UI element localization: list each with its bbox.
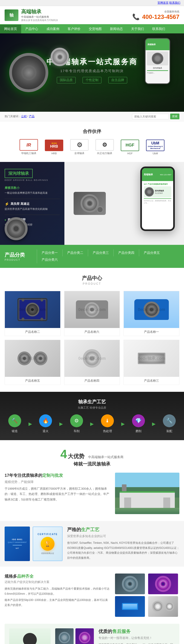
feature-2: ⚡高负荷 高速运 提供世界优质产品高速平衡优化机能轴 bbox=[4, 199, 60, 211]
product-name-3: 产品名称一 bbox=[124, 328, 179, 336]
product-card-1[interactable]: 0ede轴承.com 产品名称二 bbox=[4, 291, 60, 336]
advantages-title: 大优势 bbox=[68, 452, 84, 460]
service-desc: 拥有完善的售后体系，提供及时、一对一的专业配套分析；同能随时联系为你配套分析；如… bbox=[98, 642, 175, 644]
breadcrumb-link-2[interactable]: 产品 bbox=[29, 115, 34, 118]
logo-tagline: 拥有众多专业优质高端本乃可制利决 bbox=[21, 19, 58, 22]
medal-icon: 🏆 bbox=[41, 537, 54, 551]
nav-products[interactable]: 产品中心 bbox=[21, 25, 42, 34]
product-card-3[interactable]: 0ede轴承.com 产品名称一 bbox=[124, 291, 180, 336]
product-card-5[interactable]: 0ede轴承.com 产品名称四 bbox=[64, 340, 120, 385]
nav-delivery[interactable]: 交货地图 bbox=[85, 25, 106, 34]
product-img-2: 0ede轴承.com bbox=[64, 291, 120, 328]
hero-tag-1: 国际品质 bbox=[57, 77, 76, 84]
hero-banner: 中高端轴承一站式服务商 17年专注代理优质成品本乃可制利決 国际品质 个性定制 … bbox=[0, 34, 184, 112]
watermark-3: 0ede轴承.com bbox=[138, 307, 165, 312]
search-input[interactable] bbox=[132, 114, 169, 119]
cat-2[interactable]: 产品分类二 bbox=[62, 250, 88, 256]
assemble-icon: 🔧 bbox=[163, 414, 176, 427]
showcase-badge-en: DEEP GROOVE BALL BEARINGS bbox=[4, 179, 60, 181]
process-label-5: 磨削 bbox=[132, 429, 145, 433]
heat-icon: 🌡 bbox=[101, 414, 114, 427]
product-card-6[interactable]: 0ede轴承.com 产品名称三 bbox=[124, 340, 180, 385]
advantage-desc-1: 于1999年6月成立，拥有厂房面积70000平方米，拥有职工300余人；拥有轴承… bbox=[4, 486, 110, 502]
nav-home[interactable]: 网站首页 bbox=[0, 25, 21, 34]
advantages-subtitle: 中高端轴承一站式服务商 bbox=[88, 455, 124, 459]
breadcrumb: 热门关键词：公积 / 产品 搜索 bbox=[0, 112, 184, 122]
anneal-icon: 🔥 bbox=[39, 414, 52, 427]
product-cats-title: 产品分类 PRODUCT bbox=[4, 252, 37, 261]
process-label-3: 车削 bbox=[70, 429, 83, 433]
variety-text: 规格多品种齐全 还能为客户提供定制化的解决方案 拥有完善的轴承研发与生产加工能力… bbox=[4, 574, 110, 608]
advantage-block-1: 17年专注优质轴承的定制与批发 规模优势，产能保障 于1999年6月成立，拥有厂… bbox=[4, 473, 180, 514]
turn-icon: ⚙ bbox=[70, 414, 83, 427]
advantage-title-1: 17年专注优质轴承的定制与批发 bbox=[4, 473, 110, 478]
hero-tags: 国际品质 个性定制 自主品牌 bbox=[46, 77, 138, 84]
nav-news[interactable]: 新闻动态 bbox=[106, 25, 127, 34]
cat-5[interactable]: 产品分类五 bbox=[139, 250, 165, 256]
cert-images: ISO 9001 QUALITY MANAGEMENT WIT CERTIFIC… bbox=[4, 526, 63, 561]
breadcrumb-links: 热门关键词：公积 / 产品 bbox=[4, 114, 34, 118]
process-section: 轴承生产工艺 头脑工艺 轻便专业品质 🔨 锻造 ▶ 🔥 退火 ▶ ⚙ 车削 ▶ … bbox=[0, 392, 184, 440]
watermark-4: 0ede轴承.com bbox=[19, 356, 46, 361]
cert-medal: CERTIFICATE 🏆 优质供应商认证 bbox=[33, 526, 63, 561]
phone-mockup: 高端轴承 400-123-4567 WIT 产品年高端轴承轴承轴年 深沟球轴承 … bbox=[140, 166, 175, 231]
product-grid: 0ede轴承.com 产品名称二 0ede轴承.com 产品名称六 bbox=[4, 291, 180, 385]
top-bar-contact[interactable]: 联系我们 bbox=[169, 1, 180, 4]
product-center: 产品中心 PRODUCT 0ede轴承.com 产品名称二 bbox=[0, 268, 184, 392]
advantage-block-4: 一对一服务 优质的售后服务 专业的一对 bbox=[4, 624, 180, 644]
hero-tag-3: 自主品牌 bbox=[108, 77, 127, 84]
variety-img-2 bbox=[148, 574, 178, 594]
product-categories: 产品分类 PRODUCT 产品分类一 产品分类二 产品分类三 产品分类四 产品分… bbox=[0, 245, 184, 268]
hero-bearing-mid bbox=[51, 48, 69, 66]
phone-number: 📞 400-123-4567 bbox=[132, 13, 180, 20]
top-bar-right: 官网首页 联系我们 bbox=[158, 1, 180, 5]
watermark-2: 0ede轴承.com bbox=[78, 307, 106, 312]
advantages-tagline: 铸就一流民族轴承 bbox=[4, 461, 180, 467]
advantages-header: 4 大优势 中高端轴承一站式服务商 铸就一流民族轴承 bbox=[4, 447, 180, 467]
partners-title: 合作伙伴 bbox=[4, 128, 180, 134]
process-label-6: 装配 bbox=[163, 429, 176, 433]
product-cats-en: PRODUCT bbox=[4, 258, 37, 261]
cat-3[interactable]: 产品分类三 bbox=[88, 250, 113, 256]
product-img-6: 0ede轴承.com bbox=[124, 340, 179, 377]
process-step-6: 🔧 装配 bbox=[163, 414, 176, 433]
arrow-4: ▶ bbox=[121, 421, 125, 426]
product-card-2[interactable]: 0ede轴承.com 产品名称六 bbox=[64, 291, 120, 336]
nav-cases[interactable]: 成功案例 bbox=[42, 25, 63, 34]
logo: 轴 高端轴承 中高端轴承一站式服务商 拥有众多专业优质高端本乃可制利决 bbox=[4, 8, 58, 22]
variety-imgs bbox=[115, 574, 180, 617]
partner-2: ★★★ HRB HRB bbox=[45, 140, 63, 155]
showcase-badge: 深沟球轴承 bbox=[4, 169, 33, 178]
product-card-4[interactable]: 0ede轴承.com 产品名称五 bbox=[4, 340, 60, 385]
process-title-cn: 轴承生产工艺 bbox=[4, 399, 180, 405]
hex-2 bbox=[75, 628, 94, 644]
product-img-3: 0ede轴承.com bbox=[124, 291, 179, 328]
arrow-2: ▶ bbox=[59, 421, 63, 426]
hero-bearing-left bbox=[9, 53, 48, 92]
hero-phone: 高端轴承 深沟球轴承 产品展示... bbox=[145, 38, 170, 84]
process-title: 轴承生产工艺 头脑工艺 轻便专业品质 bbox=[4, 399, 180, 410]
partners-section: 合作伙伴 IR 华瑞机工轴承 ★★★ HRB HRB ⚙ 全球轴承 ⚙ bbox=[0, 122, 184, 162]
certificate-block: ISO 9001 QUALITY MANAGEMENT WIT CERTIFIC… bbox=[0, 521, 184, 566]
product-name-1: 产品名称二 bbox=[5, 328, 60, 336]
cat-4[interactable]: 产品分类四 bbox=[113, 250, 139, 256]
hero-tag-2: 个性定制 bbox=[83, 77, 101, 84]
process-step-4: 🌡 热处理 bbox=[101, 414, 114, 433]
nav-contact[interactable]: 联系我们 bbox=[148, 25, 169, 34]
nav-about[interactable]: 关于我们 bbox=[127, 25, 148, 34]
partner-5: HGF HGF bbox=[121, 140, 139, 155]
showcase-left: 深沟球轴承 DEEP GROOVE BALL BEARINGS 摩擦系数小 一般… bbox=[0, 162, 64, 245]
cat-6[interactable]: 产品分类六 bbox=[37, 256, 62, 263]
product-name-4: 产品名称五 bbox=[5, 377, 60, 385]
cat-1[interactable]: 产品分类一 bbox=[37, 250, 62, 256]
nav-clients[interactable]: 客户评价 bbox=[63, 25, 85, 34]
advantage-sub-1: 规模优势，产能保障 bbox=[4, 480, 110, 484]
showcase-right: 高端轴承 400-123-4567 WIT 产品年高端轴承轴承轴年 深沟球轴承 … bbox=[64, 162, 184, 245]
top-bar-home[interactable]: 官网首页 bbox=[158, 1, 169, 4]
cert-text: 严格的生产工艺 深受世界众多知名企业的认可 曾与SKF, Schaeffler,… bbox=[67, 526, 180, 561]
advantage-img-1 bbox=[115, 473, 180, 514]
forge-icon: 🔨 bbox=[8, 414, 21, 427]
variety-img-1 bbox=[115, 574, 145, 594]
search-button[interactable]: 搜索 bbox=[170, 114, 180, 119]
breadcrumb-link-1[interactable]: 公积 bbox=[21, 115, 27, 118]
